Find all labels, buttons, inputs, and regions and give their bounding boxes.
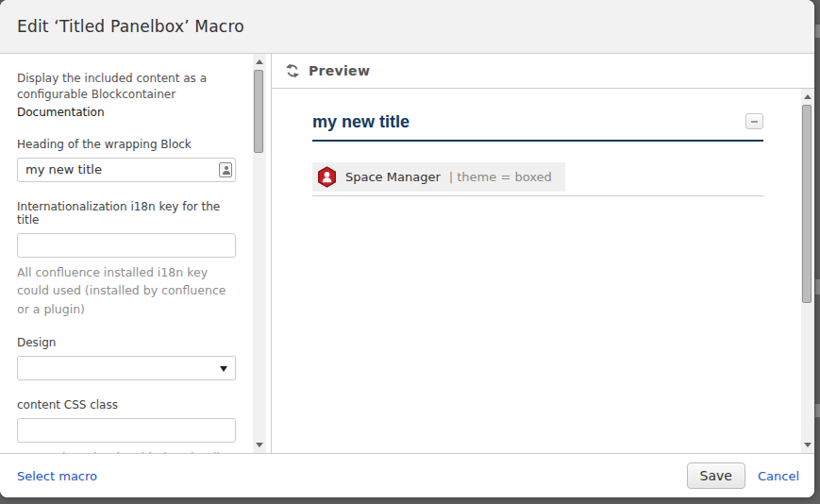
dialog-title: Edit ‘Titled Panelbox’ Macro (17, 17, 244, 36)
refresh-icon[interactable] (285, 63, 300, 78)
background-page-fragment (815, 279, 820, 294)
macro-form: Display the included content as a config… (0, 54, 253, 453)
preview-header: Preview (272, 54, 814, 89)
preview-panel: Preview my new title (272, 54, 814, 453)
cancel-link[interactable]: Cancel (758, 469, 799, 483)
field-label-heading: Heading of the wrapping Block (17, 138, 240, 151)
panelbox-bottom-border (312, 195, 763, 196)
panelbox-title: my new title (312, 112, 410, 132)
i18n-key-input[interactable] (17, 233, 236, 258)
macro-name: Space Manager (345, 170, 441, 184)
css-class-field-wrap (17, 418, 240, 443)
preview-body: my new title Space Manager (272, 89, 814, 453)
preview-content: my new title Space Manager (272, 89, 801, 453)
macro-edit-dialog: Edit ‘Titled Panelbox’ Macro Display the… (0, 0, 814, 497)
form-scrollbar[interactable] (253, 54, 266, 453)
scrollbar-thumb[interactable] (802, 105, 812, 303)
macro-placeholder: Space Manager | theme = boxed (312, 162, 565, 192)
scroll-up-arrow-icon[interactable] (804, 94, 812, 99)
i18n-field-wrap (17, 233, 240, 258)
background-page-fragment (815, 25, 820, 38)
panelbox-titlebar: my new title (312, 112, 763, 142)
field-label-css-class: content CSS class (17, 398, 240, 412)
field-label-design: Design (17, 336, 240, 349)
scrollbar-thumb[interactable] (254, 70, 263, 153)
heading-input[interactable] (17, 158, 236, 182)
macro-description: Display the included content as a config… (17, 71, 240, 104)
scroll-down-arrow-icon[interactable] (256, 443, 263, 447)
preview-scrollbar[interactable] (801, 89, 814, 453)
minus-icon (751, 121, 758, 123)
field-label-i18n: Internationalization i18n key for the ti… (17, 200, 240, 227)
chevron-down-icon (220, 366, 227, 372)
footer-actions: Save Cancel (687, 462, 799, 489)
design-select[interactable] (17, 356, 236, 380)
heading-field-wrap (17, 158, 240, 182)
dialog-body: Display the included content as a config… (0, 54, 814, 453)
save-button[interactable]: Save (687, 462, 745, 489)
i18n-help-text: All confluence installed i18n key could … (17, 263, 238, 318)
scroll-up-arrow-icon[interactable] (256, 59, 263, 64)
autofill-icon[interactable] (219, 162, 232, 177)
background-page-fragment (815, 404, 820, 417)
macro-form-panel: Display the included content as a config… (0, 54, 272, 453)
panelbox-preview: my new title Space Manager (312, 112, 763, 196)
documentation-link[interactable]: Documentation (17, 106, 105, 119)
collapse-button[interactable] (745, 113, 763, 129)
select-macro-link[interactable]: Select macro (17, 469, 97, 483)
macro-params: | theme = boxed (449, 170, 552, 184)
css-class-input[interactable] (17, 418, 236, 443)
scroll-down-arrow-icon[interactable] (804, 443, 812, 447)
preview-title: Preview (309, 63, 370, 78)
dialog-header: Edit ‘Titled Panelbox’ Macro (0, 0, 814, 54)
space-manager-icon (317, 166, 337, 188)
dialog-footer: Select macro Save Cancel (0, 453, 814, 497)
